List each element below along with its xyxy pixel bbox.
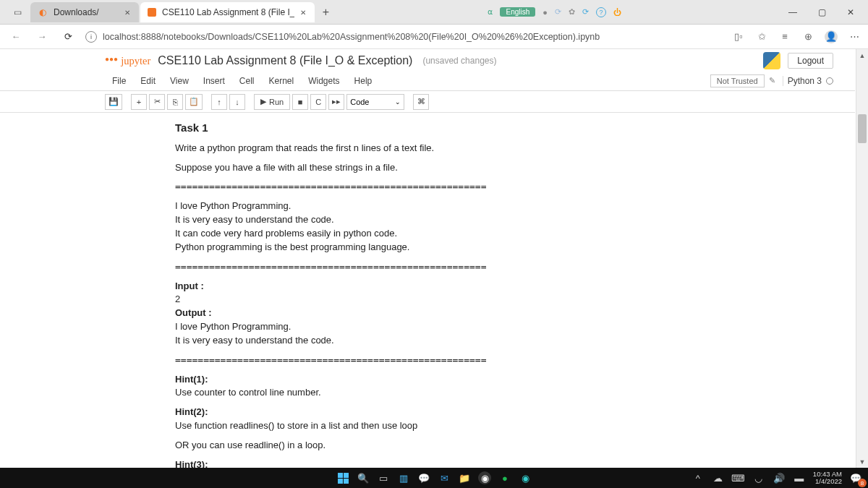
scroll-down-icon[interactable]: ▼ [856,455,868,468]
language-indicator[interactable]: English [500,7,535,17]
keyboard-icon[interactable]: ⌨ [732,471,745,484]
menu-bar: File Edit View Insert Cell Kernel Widget… [0,71,855,91]
menu-view[interactable]: View [163,73,196,89]
browser-tab-downloads[interactable]: ◐ Downloads/ ✕ [30,2,139,22]
tab-title: CSE110 Lab Assignment 8 (File I_ [162,7,294,17]
menu-edit[interactable]: Edit [133,73,163,89]
task-view-icon[interactable]: ▭ [377,471,390,484]
addons-icon[interactable]: ⊕ [801,30,814,43]
close-tab-icon[interactable]: ✕ [300,9,307,16]
menu-file[interactable]: File [105,73,133,89]
chat-icon[interactable]: 💬 [417,471,430,484]
move-up-button[interactable]: ↑ [211,94,227,110]
profile-icon[interactable]: 👤 [825,30,838,43]
save-button[interactable]: 💾 [105,94,122,110]
reader-icon[interactable]: ▯▫ [732,30,745,43]
output-line: It is very easy to understand the code. [175,334,681,348]
notebook-title[interactable]: CSE110 Lab Assignment 8 (File I_O & Exce… [158,54,412,67]
task-description-2: Suppose you have a file with all these s… [175,161,681,175]
jupyter-logo[interactable]: ●●● jupyter [105,55,150,67]
save-status: (unsaved changes) [422,56,496,66]
separator: ========================================… [175,354,681,367]
toolbar: 💾 + ✂ ⎘ 📋 ↑ ↓ ▶ Run ■ C ▸▸ Code⌄ ⌘ [0,91,855,113]
restart-run-button[interactable]: ▸▸ [328,94,344,110]
browser-tab-notebook[interactable]: CSE110 Lab Assignment 8 (File I_ ✕ [140,2,315,22]
ext-sync-icon[interactable]: ⟳ [555,7,561,17]
notebook-favicon-icon [148,8,156,17]
command-palette-button[interactable]: ⌘ [413,94,429,110]
close-tab-icon[interactable]: ✕ [124,9,132,16]
volume-icon[interactable]: 🔊 [773,471,786,484]
ext-help-icon[interactable]: ? [596,7,606,17]
file-line: It can code very hard problems easily in… [175,227,681,241]
logout-button[interactable]: Logout [788,53,833,69]
hint2-body: Use function readlines() to store in a l… [175,419,681,433]
translate-icon[interactable]: ⍺ [488,7,493,17]
back-button[interactable]: ← [7,28,25,46]
app-icon[interactable]: ◉ [478,471,491,484]
file-line: I love Python Programming. [175,200,681,213]
ext-toggle-icon[interactable]: ● [542,8,548,17]
site-info-icon[interactable]: i [85,31,97,43]
refresh-button[interactable]: ⟳ [59,28,77,46]
widgets-icon[interactable]: ▥ [397,471,410,484]
vertical-scrollbar[interactable]: ▲ ▼ [856,49,868,468]
edge-icon[interactable]: ◉ [519,471,532,484]
output-line: I love Python Programming. [175,320,681,334]
scrollbar-thumb[interactable] [858,114,867,143]
new-tab-button[interactable]: + [316,3,335,22]
tray-chevron-icon[interactable]: ^ [692,471,705,484]
task-description: Write a python program that reads the fi… [175,142,681,155]
more-icon[interactable]: ⋯ [848,30,861,43]
cell-type-select[interactable]: Code⌄ [346,94,404,110]
maximize-button[interactable]: ▢ [809,2,835,22]
insert-cell-button[interactable]: + [131,94,147,110]
kernel-indicator[interactable]: Python 3 [783,76,833,86]
notebook-cell-markdown[interactable]: Task 1 Write a python program that reads… [0,113,855,468]
menu-help[interactable]: Help [347,73,380,89]
onedrive-icon[interactable]: ☁ [712,471,725,484]
menu-insert[interactable]: Insert [196,73,232,89]
collections-icon[interactable]: ≡ [778,30,791,43]
restart-button[interactable]: C [310,94,326,110]
clock[interactable]: 10:43 AM 1/4/2022 [813,471,842,486]
hint2-heading: Hint(2): [175,406,681,419]
move-down-button[interactable]: ↓ [229,94,245,110]
paste-cell-button[interactable]: 📋 [185,94,203,110]
notifications-icon[interactable]: 💬 [849,471,862,484]
tab-actions-icon[interactable]: ▭ [4,2,30,22]
copy-cell-button[interactable]: ⎘ [167,94,183,110]
input-value: 2 [175,293,681,307]
minimize-button[interactable]: — [780,2,806,22]
explorer-icon[interactable]: 📁 [458,471,471,484]
menu-cell[interactable]: Cell [232,73,262,89]
spotify-icon[interactable]: ● [498,471,511,484]
mail-icon[interactable]: ✉ [438,471,451,484]
cut-cell-button[interactable]: ✂ [149,94,165,110]
separator: ========================================… [175,260,681,274]
ext-power-icon[interactable]: ⏻ [613,8,621,17]
menu-kernel[interactable]: Kernel [262,73,302,89]
hint1-body: Use counter to control line number. [175,386,681,400]
forward-button[interactable]: → [33,28,51,46]
file-line: It is very easy to understand the code. [175,213,681,227]
run-button[interactable]: ▶ Run [254,94,290,110]
menu-widgets[interactable]: Widgets [301,73,346,89]
edit-metadata-icon[interactable]: ✎ [769,76,775,85]
hint3-heading: Hint(3): [175,458,681,468]
start-button[interactable] [336,471,349,484]
close-window-button[interactable]: ✕ [838,2,864,22]
ext-shield-icon[interactable]: ⟳ [582,7,589,17]
trust-indicator[interactable]: Not Trusted [710,74,765,87]
windows-taskbar: 🔍 ▭ ▥ 💬 ✉ 📁 ◉ ● ◉ ^ ☁ ⌨ ◡ 🔊 ▬ 10:43 AM 1… [0,468,868,488]
ext-gear-icon[interactable]: ✿ [569,7,575,17]
date-text: 1/4/2022 [813,478,842,485]
search-icon[interactable]: 🔍 [357,471,370,484]
battery-icon[interactable]: ▬ [793,471,806,484]
wifi-icon[interactable]: ◡ [752,471,765,484]
address-bar[interactable]: i localhost:8888/notebooks/Downloads/CSE… [85,31,723,43]
input-label: Input : [175,280,681,294]
favorite-icon[interactable]: ✩ [755,30,768,43]
interrupt-button[interactable]: ■ [292,94,308,110]
scroll-up-icon[interactable]: ▲ [856,49,868,61]
